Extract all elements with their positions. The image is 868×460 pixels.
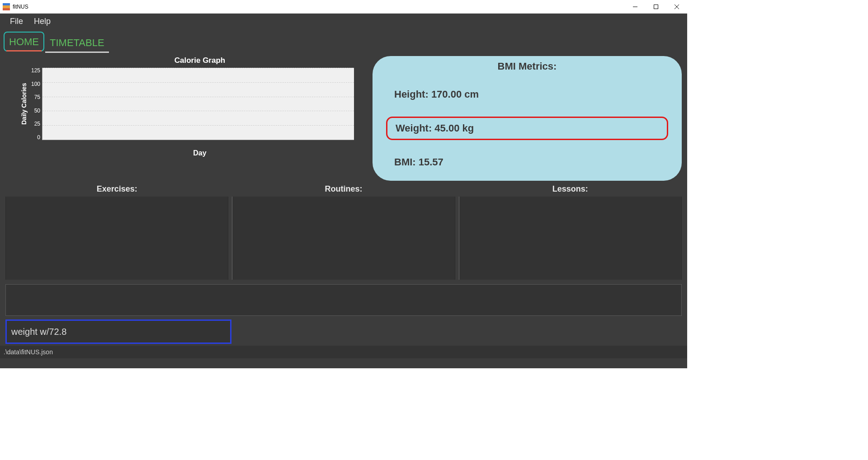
- ytick: 0: [37, 135, 40, 140]
- top-row: Calorie Graph Daily Calories 125 100 75 …: [0, 52, 687, 183]
- bmi-card: BMI Metrics: Height: 170.00 cm Weight: 4…: [373, 56, 682, 181]
- window-title: fitNUS: [13, 4, 28, 10]
- svg-rect-1: [654, 5, 658, 9]
- command-input[interactable]: [5, 319, 231, 344]
- ytick: 125: [31, 68, 40, 73]
- app-body: File Help HOME TIMETABLE Calorie Graph D…: [0, 14, 687, 368]
- app-icon: [3, 3, 10, 10]
- window-controls: [625, 0, 687, 14]
- titlebar: fitNUS: [0, 0, 687, 14]
- bmi-height: Height: 170.00 cm: [386, 84, 668, 105]
- close-button[interactable]: [666, 0, 687, 14]
- bmi-weight: Weight: 45.00 kg: [386, 117, 668, 140]
- lessons-column: Lessons:: [459, 183, 682, 280]
- minimize-icon: [632, 4, 638, 9]
- maximize-icon: [653, 4, 659, 9]
- menubar: File Help: [0, 14, 687, 29]
- chart-xlabel: Day: [193, 149, 206, 157]
- menu-file[interactable]: File: [5, 15, 28, 28]
- calorie-chart: Calorie Graph Daily Calories 125 100 75 …: [5, 56, 367, 181]
- bmi-title: BMI Metrics:: [386, 61, 668, 72]
- lists-row: Exercises: Routines: Lessons:: [0, 183, 687, 280]
- chart-yticks: 125 100 75 50 25 0: [29, 68, 42, 140]
- chart-ylabel: Daily Calories: [19, 68, 29, 140]
- routines-title: Routines:: [232, 183, 455, 197]
- chart-title: Calorie Graph: [175, 56, 225, 65]
- tab-timetable[interactable]: TIMETABLE: [45, 33, 109, 52]
- command-row: [5, 319, 682, 344]
- statusbar-path: .\data\fitNUS.json: [4, 348, 53, 356]
- ytick: 25: [34, 121, 40, 127]
- chart-plot-area: [42, 68, 354, 140]
- exercises-title: Exercises:: [5, 183, 228, 197]
- routines-list[interactable]: [232, 197, 455, 280]
- output-panel: [5, 284, 682, 316]
- ytick: 75: [34, 94, 40, 100]
- exercises-column: Exercises:: [5, 183, 228, 280]
- menu-help[interactable]: Help: [28, 15, 56, 28]
- bmi-value: BMI: 15.57: [386, 152, 668, 173]
- app-window: fitNUS File Help HOME TIMETABLE: [0, 0, 687, 368]
- ytick: 50: [34, 108, 40, 113]
- tab-bar: HOME TIMETABLE: [0, 29, 687, 52]
- routines-column: Routines:: [232, 183, 455, 280]
- lessons-list[interactable]: [459, 197, 682, 280]
- exercises-list[interactable]: [5, 197, 228, 280]
- statusbar: .\data\fitNUS.json: [0, 346, 687, 358]
- ytick: 100: [31, 81, 40, 87]
- maximize-button[interactable]: [646, 0, 666, 14]
- minimize-button[interactable]: [625, 0, 646, 14]
- titlebar-left: fitNUS: [3, 3, 28, 10]
- tab-home[interactable]: HOME: [4, 32, 44, 52]
- lessons-title: Lessons:: [459, 183, 682, 197]
- close-icon: [674, 4, 679, 9]
- chart-body: Daily Calories 125 100 75 50 25 0: [19, 68, 354, 140]
